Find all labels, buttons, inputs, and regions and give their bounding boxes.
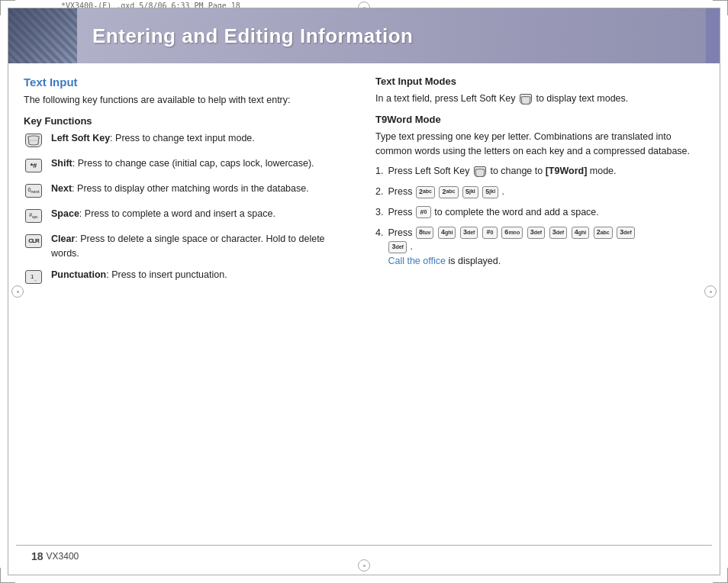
- next-desc-text: : Press to display other matching words …: [72, 183, 309, 194]
- modes-intro2-text: to display text modes.: [536, 93, 628, 104]
- page-title: Entering and Editing Information: [92, 24, 413, 48]
- step2-text: Press: [388, 186, 412, 197]
- space-label: Space: [51, 208, 79, 219]
- step2-key-3: 5jkl: [462, 186, 478, 198]
- step4-key-1: 8tuv: [416, 227, 434, 239]
- step4-key-10: 3def: [617, 227, 635, 239]
- clr-key-icon: CLR: [25, 234, 42, 248]
- bottom-target-mark: [358, 559, 370, 572]
- key-item-punct: 1., Punctuation: Press to insert punctua…: [24, 268, 353, 285]
- header-image: [8, 8, 77, 63]
- space-icon-container: #spc: [24, 208, 43, 224]
- text-input-heading: Text Input: [24, 76, 353, 89]
- step4-key-3: 3def: [460, 227, 478, 239]
- right-column: Text Input Modes In a text field, press …: [375, 76, 704, 293]
- t9word-intro: Type text pressing one key per letter. C…: [375, 130, 704, 159]
- step-3-content: Press #0 to complete the word and add a …: [388, 205, 704, 220]
- shift-icon-container: *#: [24, 157, 43, 174]
- step3-key: #0: [416, 206, 431, 218]
- step4-key-2: 4ghi: [438, 227, 456, 239]
- left-column: Text Input The following key functions a…: [24, 76, 353, 293]
- step-1-num: 1.: [375, 164, 383, 179]
- step4-key-11: 3def: [388, 241, 407, 253]
- header-title-area: Entering and Editing Information: [77, 8, 706, 63]
- step3-text-before: Press: [388, 207, 412, 217]
- key-item-shift: *# Shift: Press to change case (initial …: [24, 156, 353, 174]
- step2-text-after: .: [502, 186, 504, 197]
- left-soft-key-icon: [25, 134, 42, 147]
- clear-label: Clear: [51, 234, 75, 244]
- punct-icon-container: 1.,: [24, 269, 43, 285]
- clear-desc: Clear: Press to delete a single space or…: [51, 232, 353, 261]
- step2-key-1: 2abc: [416, 186, 435, 198]
- clr-icon-container: CLR: [24, 233, 43, 250]
- punct-desc-text: : Press to insert punctuation.: [106, 269, 227, 280]
- next-desc: Next: Press to display other matching wo…: [51, 182, 309, 196]
- steps-list: 1. Press Left Soft Key to change to [T9W…: [375, 164, 704, 269]
- left-target-mark: [11, 285, 24, 298]
- space-key-icon: #spc: [25, 209, 42, 223]
- key-item-softkey: Left Soft Key: Press to change text inpu…: [24, 131, 353, 149]
- text-input-modes-intro: In a text field, press Left Soft Key to …: [375, 92, 704, 106]
- clear-desc-text: : Press to delete a single space or char…: [51, 234, 325, 259]
- step-4: 4. Press 8tuv 4ghi 3def #0 6mno 3def 3de…: [375, 226, 704, 269]
- step4-result-blue: Call the office: [388, 256, 446, 266]
- step2-key-4: 5jkl: [482, 186, 498, 198]
- step-2-content: Press 2abc 2abc 5jkl 5jkl .: [388, 185, 704, 199]
- key-item-space: #spc Space: Press to complete a word and…: [24, 207, 353, 224]
- softkey-desc-text: : Press to change text input mode.: [110, 133, 255, 143]
- softkey-desc: Left Soft Key: Press to change text inpu…: [51, 131, 255, 146]
- next-label: Next: [51, 183, 72, 194]
- step1-text-before: Press Left Soft Key: [388, 166, 469, 176]
- step4-key-7: 3def: [549, 227, 568, 239]
- next-icon-container: 0next: [24, 182, 43, 199]
- step-1: 1. Press Left Soft Key to change to [T9W…: [375, 164, 704, 179]
- step4-key-6: 3def: [527, 227, 546, 239]
- softkey-label: Left Soft Key: [51, 133, 110, 143]
- shift-label: Shift: [51, 158, 72, 169]
- key-item-clear: CLR Clear: Press to delete a single spac…: [24, 232, 353, 261]
- page-border: Entering and Editing Information Text In…: [8, 8, 720, 575]
- content-area: Text Input The following key functions a…: [8, 63, 720, 305]
- softkey-icon-container: [24, 132, 43, 149]
- step-4-content: Press 8tuv 4ghi 3def #0 6mno 3def 3def 4…: [388, 226, 704, 269]
- text-input-modes-heading: Text Input Modes: [375, 76, 704, 87]
- step1-text-middle: to change to: [490, 166, 545, 176]
- step4-key-8: 4ghi: [572, 227, 590, 239]
- shift-key-icon: *#: [25, 159, 42, 172]
- step-2: 2. Press 2abc 2abc 5jkl 5jkl .: [375, 185, 704, 199]
- text-input-intro: The following key functions are availabl…: [24, 93, 353, 108]
- modes-intro-text: In a text field, press Left Soft Key: [375, 93, 515, 104]
- space-desc-text: : Press to complete a word and insert a …: [79, 208, 275, 219]
- step-4-num: 4.: [375, 226, 383, 240]
- key-item-next: 0next Next: Press to display other match…: [24, 182, 353, 199]
- shift-desc-text: : Press to change case (initial cap, cap…: [72, 158, 314, 169]
- step3-text-after: to complete the word and add a space.: [434, 207, 598, 217]
- step4-key-5: 6mno: [501, 227, 523, 239]
- step4-key-9: 2abc: [594, 227, 613, 239]
- step-2-num: 2.: [375, 185, 383, 199]
- punct-label: Punctuation: [51, 269, 106, 280]
- step-3-num: 3.: [375, 205, 383, 220]
- next-key-icon: 0next: [25, 184, 42, 198]
- punct-key-icon: 1.,: [25, 270, 42, 284]
- step1-bold: [T9Word]: [546, 166, 588, 176]
- footer-model: VX3400: [47, 551, 79, 562]
- step4-text-after: .: [410, 241, 412, 252]
- step1-softkey-icon: [474, 166, 486, 177]
- step4-key-4: #0: [482, 227, 498, 239]
- step2-key-2: 2abc: [439, 186, 458, 198]
- right-target-mark: [704, 285, 717, 298]
- space-desc: Space: Press to complete a word and inse…: [51, 207, 275, 221]
- step-1-content: Press Left Soft Key to change to [T9Word…: [388, 164, 704, 179]
- modes-softkey-icon: [520, 94, 532, 105]
- page-header: Entering and Editing Information: [8, 8, 720, 63]
- step4-result-suffix: is displayed.: [446, 256, 501, 266]
- step-3: 3. Press #0 to complete the word and add…: [375, 205, 704, 220]
- shift-desc: Shift: Press to change case (initial cap…: [51, 156, 314, 171]
- punct-desc: Punctuation: Press to insert punctuation…: [51, 268, 227, 282]
- t9word-heading: T9Word Mode: [375, 114, 704, 125]
- key-functions-list: Left Soft Key: Press to change text inpu…: [24, 131, 353, 286]
- step4-text: Press: [388, 227, 412, 238]
- step1-text-after: mode.: [590, 166, 617, 176]
